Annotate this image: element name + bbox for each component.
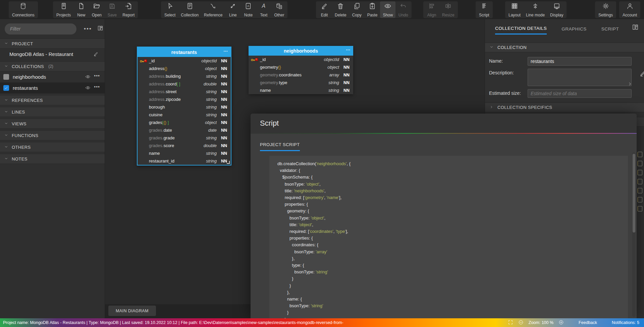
field-row-geometry[interactable]: geometry{}objectNN (249, 63, 353, 71)
script-scrollbar-thumb[interactable] (633, 154, 635, 233)
field-row-borough[interactable]: boroughstringNN (138, 103, 231, 111)
tab-main-diagram[interactable]: MAIN DIAGRAM (108, 306, 156, 316)
visibility-eye-icon[interactable] (85, 85, 91, 91)
filter-input[interactable] (5, 23, 76, 35)
sidebar-section-views[interactable]: VIEWS (0, 119, 105, 129)
sidebar-item-neighborhoods[interactable]: neighborhoods••• (0, 71, 105, 82)
field-row-restaurant_id[interactable]: restaurant_idstringNN (138, 157, 231, 165)
toolbar-button-label: Collection (181, 13, 199, 17)
sidebar-section-lines[interactable]: LINES (0, 107, 105, 117)
field-row-cuisine[interactable]: cuisinestringNN (138, 111, 231, 119)
field-edit-icon[interactable] (638, 206, 642, 211)
field-row-address.building[interactable]: address.buildingstringNN (138, 72, 231, 80)
report-button[interactable]: Report (120, 1, 137, 18)
collection-button[interactable]: Collection (178, 1, 201, 18)
field-row-address.zipcode[interactable]: address.zipcodestringNN (138, 95, 231, 103)
field-not-null: NN (339, 80, 353, 85)
tab-project-script[interactable]: PROJECT SCRIPT (260, 142, 300, 151)
linemode-button[interactable]: Line mode (523, 1, 547, 18)
sidebar-section-others[interactable]: OTHERS (0, 142, 105, 152)
visibility-eye-icon[interactable] (85, 74, 91, 80)
table-resize-handle[interactable] (227, 161, 230, 164)
script-code-panel[interactable]: db.createCollection('neighborhoods', { v… (269, 156, 628, 318)
new-button[interactable]: New (73, 1, 89, 18)
feedback-link[interactable]: Feedback (579, 320, 597, 325)
line-button[interactable]: Line (225, 1, 240, 18)
sidebar-section-project[interactable]: PROJECT (0, 39, 105, 49)
item-more-icon[interactable]: ••• (94, 73, 100, 78)
sidebar-section-notes[interactable]: NOTES (0, 154, 105, 164)
sidebar-item-restaurants[interactable]: restaurants••• (0, 82, 105, 93)
field-row-geometry.coordinates[interactable]: geometry.coordinatesarrayNN (249, 71, 353, 79)
table-restaurants[interactable]: restaurants⋯_idobjectIdNNaddress{}object… (137, 47, 231, 166)
section-collection[interactable]: COLLECTION (485, 43, 644, 52)
script-scrollbar[interactable] (632, 152, 636, 317)
layout-button[interactable]: Layout (506, 1, 523, 18)
collection-name-input[interactable] (528, 57, 632, 66)
sidebar-section-functions[interactable]: FUNCTIONS (0, 130, 105, 140)
field-edit-icon[interactable] (638, 188, 642, 193)
table-neighborhoods[interactable]: neighborhoods⋯_idobjectIdNNgeometry{}obj… (249, 46, 353, 94)
delete-button[interactable]: Delete (332, 1, 349, 18)
field-edit-icon[interactable] (638, 152, 642, 157)
estimated-size-input[interactable] (528, 89, 632, 98)
checkbox-unchecked[interactable] (3, 74, 9, 80)
tab-graphics[interactable]: GRAPHICS (561, 23, 587, 34)
table-header[interactable]: neighborhoods⋯ (249, 46, 353, 56)
sidebar-section-collections[interactable]: COLLECTIONS(2) (0, 61, 105, 71)
field-row-name[interactable]: namestringNN (138, 149, 231, 157)
display-button[interactable]: Display (547, 1, 566, 18)
field-edit-icon[interactable] (638, 197, 642, 202)
table-menu-icon[interactable]: ⋯ (223, 49, 228, 54)
note-button[interactable]: ANote (240, 1, 256, 18)
connections-button[interactable]: Connections (9, 1, 37, 18)
field-row-grades.date[interactable]: grades.datedateNN (138, 126, 231, 134)
paste-button[interactable]: Paste (365, 1, 380, 18)
edit-button[interactable]: Edit (317, 1, 332, 18)
field-row-grades[interactable]: grades[{} ]objectNN (138, 119, 231, 126)
zoom-in-icon[interactable] (558, 320, 564, 326)
fullscreen-icon[interactable] (508, 320, 513, 326)
tab-collection-details[interactable]: COLLECTION DETAILS (495, 22, 547, 35)
sidebar-panel-columns-icon[interactable] (97, 25, 103, 32)
script-button[interactable]: Script (476, 1, 492, 18)
field-row-_id[interactable]: _idobjectIdNN (249, 56, 353, 63)
show-button[interactable]: Show (380, 1, 395, 18)
projects-button[interactable]: Projects (54, 1, 73, 18)
copy-button[interactable]: Copy (349, 1, 365, 18)
description-textarea[interactable] (528, 69, 632, 86)
edit-pencil-icon[interactable] (93, 51, 99, 58)
tab-script[interactable]: SCRIPT (601, 23, 619, 34)
field-edit-icon[interactable] (638, 170, 642, 175)
select-button[interactable]: Select (162, 1, 178, 18)
text-button[interactable]: AText (256, 1, 271, 18)
open-button[interactable]: Open (89, 1, 104, 18)
zoom-out-icon[interactable] (518, 320, 524, 326)
checkbox-checked[interactable] (3, 85, 9, 91)
field-row-name[interactable]: namestringNN (249, 86, 353, 94)
field-row-grades.score[interactable]: grades.scoredoubleNN (138, 142, 231, 149)
resize-grip-icon[interactable] (628, 82, 631, 85)
field-row-address.coord[interactable]: address.coord[ ]doubleNN (138, 80, 231, 88)
sidebar-more-icon[interactable]: ••• (84, 25, 92, 32)
settings-button[interactable]: Settings (596, 1, 615, 18)
edit-description-icon[interactable] (639, 70, 644, 78)
field-edit-icon[interactable] (638, 161, 642, 166)
table-menu-icon[interactable]: ⋯ (346, 47, 351, 52)
field-edit-icon[interactable] (638, 179, 642, 184)
sidebar-section-references[interactable]: REFERENCES (0, 95, 105, 105)
table-header[interactable]: restaurants⋯ (138, 47, 231, 57)
field-row-geometry.type[interactable]: geometry.typestringNN (249, 79, 353, 86)
field-row-address[interactable]: address{}objectNN (138, 65, 231, 72)
field-row-_id[interactable]: _idobjectIdNN (138, 57, 231, 65)
panel-columns-icon[interactable] (632, 24, 639, 32)
section-collection-specifics[interactable]: COLLECTION SPECIFICS (485, 103, 644, 112)
other-button[interactable]: Other (271, 1, 287, 18)
reference-button[interactable]: Reference (201, 1, 225, 18)
field-row-grades.grade[interactable]: grades.gradestringNN (138, 134, 231, 142)
item-more-icon[interactable]: ••• (94, 84, 100, 89)
notifications-link[interactable]: Notifications: 5 (612, 320, 639, 325)
account-button[interactable]: Account (620, 1, 640, 18)
sidebar-item-mongodb-atlas-restaurant[interactable]: MongoDB Atlas - Restaurant (0, 49, 105, 60)
field-row-address.street[interactable]: address.streetstringNN (138, 88, 231, 95)
